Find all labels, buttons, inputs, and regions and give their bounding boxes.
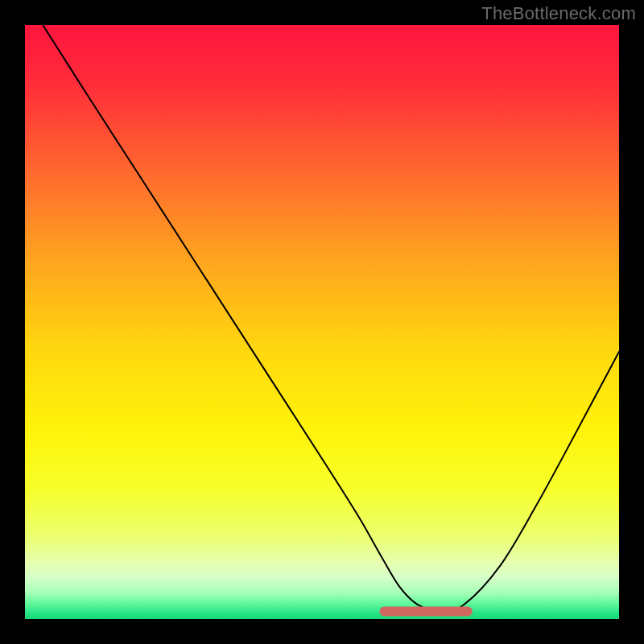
- gradient-background: [25, 25, 619, 619]
- plot-area: [25, 25, 619, 619]
- watermark-text: TheBottleneck.com: [481, 3, 636, 24]
- plot-svg: [25, 25, 619, 619]
- chart-frame: TheBottleneck.com: [0, 0, 644, 644]
